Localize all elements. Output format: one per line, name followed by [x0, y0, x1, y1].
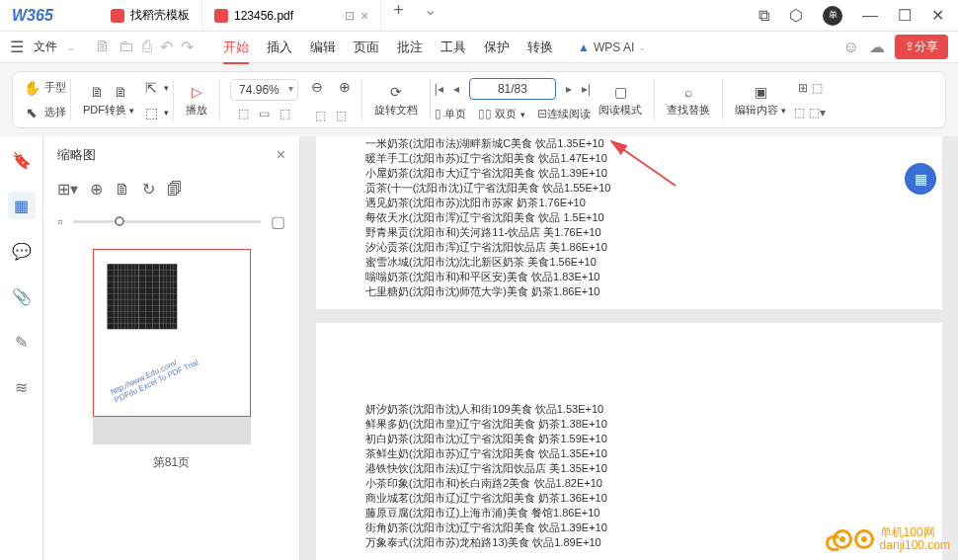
convert-icon: 🗎	[88, 83, 106, 101]
wps-ai[interactable]: ▲ WPS AI ⌄	[578, 40, 646, 54]
last-page-icon[interactable]: ▸|	[582, 82, 591, 96]
thumb-title: 缩略图	[57, 146, 96, 164]
rail-comment[interactable]: 💬	[8, 237, 36, 265]
tool-play[interactable]: ▷ 播放	[178, 72, 215, 127]
text-line: 一米奶茶(沈阳市法)湖畔新城C美食 饮品1.35E+10	[365, 136, 893, 151]
menu-annotate[interactable]: 批注	[397, 39, 423, 56]
thumb-extract-icon[interactable]: 🗎	[115, 181, 130, 199]
rotate-icon: ⟳	[387, 83, 405, 101]
tab-add-button[interactable]: +	[381, 0, 416, 31]
doc-icon	[111, 9, 124, 23]
rail-thumbnail[interactable]: ▦	[8, 192, 36, 219]
menu-page[interactable]: 页面	[354, 39, 379, 56]
extra4-icon[interactable]: ⬚▾	[809, 106, 826, 120]
folder-small-icon[interactable]: 🗀	[119, 38, 134, 56]
prev-page-icon[interactable]: ◂	[453, 82, 459, 96]
thumb-grid-icon[interactable]: ⊞▾	[57, 180, 78, 199]
fit-width-icon[interactable]: ⬚	[238, 107, 249, 120]
thumb-page-81[interactable]: ████████████████████████████████████████…	[93, 249, 251, 417]
share-button[interactable]: ⇪分享	[895, 35, 948, 59]
actual-size-icon[interactable]: ⬚	[279, 107, 290, 120]
menu-convert[interactable]: 转换	[527, 39, 553, 56]
avatar[interactable]: 单	[823, 6, 842, 26]
titlebar: W365 找稻壳模板 123456.pdf ⊡ × + ⌄ ⧉ ⬡ 单 — ☐ …	[0, 0, 958, 32]
menu-insert[interactable]: 插入	[267, 39, 292, 56]
cloud-icon[interactable]: ☁	[869, 38, 885, 56]
tab-label: 123456.pdf	[234, 9, 293, 23]
select-tool[interactable]: ⬉选择	[23, 104, 66, 121]
zoom-out-icon[interactable]: ⊖	[308, 78, 326, 96]
feedback-icon[interactable]: ☺	[843, 39, 859, 56]
restore-window-icon[interactable]: ⧉	[758, 7, 769, 25]
first-page-icon[interactable]: |◂	[435, 82, 443, 96]
menu-tools[interactable]: 工具	[440, 39, 466, 56]
text-line: 街角奶茶(沈阳市沈)辽宁省沈阳美食 饮品1.39E+10	[365, 520, 893, 535]
content-area[interactable]: 一米奶茶(沈阳市法)湖畔新城C美食 饮品1.35E+10 暖羊手工(沈阳市苏)辽…	[300, 136, 958, 560]
misc-icon1[interactable]: ⬚	[315, 109, 326, 122]
export-icon[interactable]: ⇱	[142, 79, 160, 97]
text-line: 小茶印象(沈阳市和)长白南路2美食 饮品1.82E+10	[365, 476, 893, 491]
thumb-add-icon[interactable]: ⊕	[90, 180, 103, 199]
tool-read-mode[interactable]: ▢ 阅读模式	[591, 72, 650, 127]
menubar: ☰ 文件 ⌄ 🗎 🗀 ⎙ ↶ ↷ 开始 插入 编辑 页面 批注 工具 保护 转换…	[0, 32, 958, 63]
close-icon[interactable]: ×	[360, 8, 368, 24]
print-icon[interactable]: ⎙	[142, 38, 152, 56]
tool-edit[interactable]: ▣ 编辑内容 ▾	[727, 72, 794, 127]
menu-edit[interactable]: 编辑	[310, 39, 336, 56]
tab-template[interactable]: 找稻壳模板	[99, 0, 202, 31]
display-icon[interactable]: ⊡	[345, 9, 355, 23]
tab-active-pdf[interactable]: 123456.pdf ⊡ ×	[202, 0, 381, 31]
zoom-input[interactable]: 74.96%	[230, 79, 298, 101]
thumb-copy-icon[interactable]: 🗐	[167, 181, 183, 199]
menu-protect[interactable]: 保护	[484, 39, 510, 56]
menu-start[interactable]: 开始	[223, 39, 249, 64]
thumb-close-icon[interactable]: ×	[277, 146, 285, 164]
thumb-large-icon[interactable]: ▢	[271, 212, 285, 231]
maximize-icon[interactable]: ☐	[898, 6, 912, 25]
page-input[interactable]: 81/83	[469, 78, 556, 100]
thumb-rotate-icon[interactable]: ↻	[142, 180, 155, 199]
text-line: 遇见奶茶(沈阳市苏)沈阳市苏家 奶茶1.76E+10	[365, 196, 893, 210]
rail-sign[interactable]: ✎	[8, 328, 36, 356]
rail-bookmark[interactable]: 🔖	[8, 146, 36, 174]
hamburger-icon[interactable]: ☰	[10, 38, 24, 56]
continuous-btn[interactable]: ⊟连续阅读	[537, 107, 591, 121]
menu-items: 开始 插入 编辑 页面 批注 工具 保护 转换	[223, 39, 553, 56]
double-page-btn[interactable]: ▯▯ 双页 ▾	[478, 107, 524, 121]
undo-icon[interactable]: ↶	[160, 38, 173, 56]
tabs-container: 找稻壳模板 123456.pdf ⊡ × + ⌄	[99, 0, 745, 31]
rail-layers[interactable]: ≋	[8, 373, 36, 401]
hand-tool[interactable]: ✋手型	[23, 79, 66, 97]
misc-icon2[interactable]: ⬚	[336, 109, 347, 122]
float-action-button[interactable]: ▦	[905, 163, 936, 195]
thumb-size-slider[interactable]	[73, 220, 261, 223]
pdf-page-82: 妍汐奶茶(沈阳市沈)人和街109美食 饮品1.53E+10 鲜果多奶(沈阳市皇)…	[316, 323, 942, 560]
text-line: 茶鲜生奶(沈阳市苏)辽宁省沈阳美食 饮品1.35E+10	[365, 446, 893, 461]
tool-rotate[interactable]: ⟳ 旋转文档	[366, 72, 426, 127]
minimize-icon[interactable]: —	[862, 7, 878, 25]
single-page-btn[interactable]: ▯ 单页	[435, 107, 466, 121]
text-line: 万象泰式(沈阳市苏)龙柏路13)美食 饮品1.89E+10	[365, 535, 893, 550]
extra1-icon[interactable]: ⊞	[798, 81, 808, 95]
tool-find[interactable]: ⌕ 查找替换	[659, 72, 718, 127]
doc-small-icon[interactable]: 🗎	[95, 38, 111, 56]
close-window-icon[interactable]: ✕	[931, 6, 944, 25]
thumb-footer	[93, 417, 251, 444]
next-page-icon[interactable]: ▸	[566, 82, 572, 96]
redo-icon[interactable]: ↷	[181, 38, 194, 56]
zoom-in-icon[interactable]: ⊕	[336, 78, 354, 96]
thumb-small-icon[interactable]: ▫	[57, 213, 63, 231]
extra3-icon[interactable]: ⬚	[794, 106, 805, 120]
tool-pdf-convert[interactable]: 🗎🗎 PDF转换 ▾	[75, 72, 142, 127]
export2-icon[interactable]: ⬚	[142, 104, 160, 121]
thumb-header: 缩略图 ×	[43, 136, 299, 174]
fit-page-icon[interactable]: ▭	[259, 107, 270, 120]
tool-hand-select: ✋手型 ⬉选择	[23, 72, 66, 127]
text-line: 野青果贡(沈阳市和)关河路11-饮品店 美1.76E+10	[365, 225, 893, 240]
rail-attachment[interactable]: 📎	[8, 282, 36, 310]
extra2-icon[interactable]: ⬚	[812, 81, 823, 95]
double-page-icon: ▯▯	[478, 107, 492, 120]
tab-menu-dropdown[interactable]: ⌄	[416, 0, 444, 31]
cube-icon[interactable]: ⬡	[789, 6, 803, 25]
file-menu[interactable]: 文件	[34, 39, 57, 55]
